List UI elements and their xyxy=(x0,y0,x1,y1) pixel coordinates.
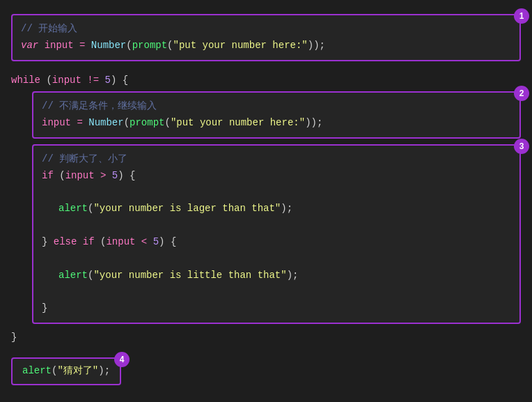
var-input-else: input xyxy=(106,236,135,247)
block-2: 2 // 不满足条件，继续输入 input = Number(prompt("p… xyxy=(32,91,521,139)
num-5-if: 5 xyxy=(106,170,118,181)
blank-line-2 xyxy=(42,217,511,234)
comment-text-1: // 开始输入 xyxy=(21,23,77,34)
fn-alert-1: alert xyxy=(58,203,88,214)
blank-line-3 xyxy=(42,251,511,268)
str-1: "put your number here:" xyxy=(173,40,308,51)
comment-line-3: // 判断大了、小了 xyxy=(42,151,511,168)
keyword-else: else if xyxy=(54,236,95,247)
section-2: 2 // 不满足条件，继续输入 input = Number(prompt("p… xyxy=(32,91,521,139)
section-1: 1 // 开始输入 var input = Number(prompt("put… xyxy=(11,14,521,61)
close-while-brace: } xyxy=(11,332,17,343)
block-4: 4 alert("猜对了"); xyxy=(11,357,121,385)
blank-line-1 xyxy=(42,185,511,201)
num-5-else: 5 xyxy=(147,236,159,247)
comment-text-3: // 判断大了、小了 xyxy=(42,153,127,164)
var-input-2: input xyxy=(42,117,71,128)
op-gt: > xyxy=(95,170,107,181)
op-assign: = xyxy=(79,40,85,51)
fn-prompt-2: prompt xyxy=(130,117,164,128)
str-2: "put your number here:" xyxy=(171,117,305,128)
section-3: 3 // 判断大了、小了 if (input > 5) { alert("you… xyxy=(32,144,521,324)
badge-3: 3 xyxy=(514,139,529,154)
code-area: 1 // 开始输入 var input = Number(prompt("put… xyxy=(8,8,524,394)
badge-2: 2 xyxy=(514,86,529,101)
if-line: if (input > 5) { xyxy=(42,168,511,185)
badge-1: 1 xyxy=(514,8,529,24)
op-lt: < xyxy=(135,236,147,247)
close-while: } xyxy=(11,327,521,349)
op-neq: != xyxy=(81,75,99,86)
fn-number-2: Number xyxy=(88,117,123,128)
block-3: 3 // 判断大了、小了 if (input > 5) { alert("you… xyxy=(32,144,521,324)
var-input-1: input xyxy=(45,40,74,51)
comment-text-2: // 不满足条件，继续输入 xyxy=(42,100,157,111)
var-input-while: input xyxy=(52,75,81,86)
fn-alert-2: alert xyxy=(58,270,88,281)
str-alert-2: "your number is little than that" xyxy=(93,270,286,281)
keyword-if: if xyxy=(42,170,54,181)
comment-line-2: // 不满足条件，继续输入 xyxy=(42,98,511,115)
code-line-2: input = Number(prompt("put your number h… xyxy=(42,115,511,132)
str-alert-1: "your number is lager than that" xyxy=(93,203,281,214)
var-input-if: input xyxy=(65,170,95,181)
keyword-var: var xyxy=(21,40,38,51)
num-5-while: 5 xyxy=(99,75,111,86)
close-brace-if: } xyxy=(42,300,511,317)
badge-4: 4 xyxy=(114,352,130,367)
comment-line-1: // 开始输入 xyxy=(21,21,511,38)
alert-line-1: alert("your number is lager than that"); xyxy=(42,201,511,217)
blank-line-4 xyxy=(42,284,511,300)
alert-final-line: alert("猜对了"); xyxy=(22,363,110,380)
code-line-1: var input = Number(prompt("put your numb… xyxy=(21,38,511,54)
block-1: 1 // 开始输入 var input = Number(prompt("put… xyxy=(11,14,521,61)
str-final: "猜对了" xyxy=(57,365,98,376)
op-assign-2: = xyxy=(77,117,82,128)
fn-alert-final: alert xyxy=(22,365,52,376)
section-4: 4 alert("猜对了"); xyxy=(11,357,121,388)
fn-prompt-1: prompt xyxy=(132,40,167,51)
keyword-while: while xyxy=(11,75,40,86)
else-if-line: } else if (input < 5) { xyxy=(42,234,511,251)
while-line: while (input != 5) { xyxy=(11,70,521,92)
alert-line-2: alert("your number is little than that")… xyxy=(42,268,511,284)
fn-number: Number xyxy=(91,40,126,51)
